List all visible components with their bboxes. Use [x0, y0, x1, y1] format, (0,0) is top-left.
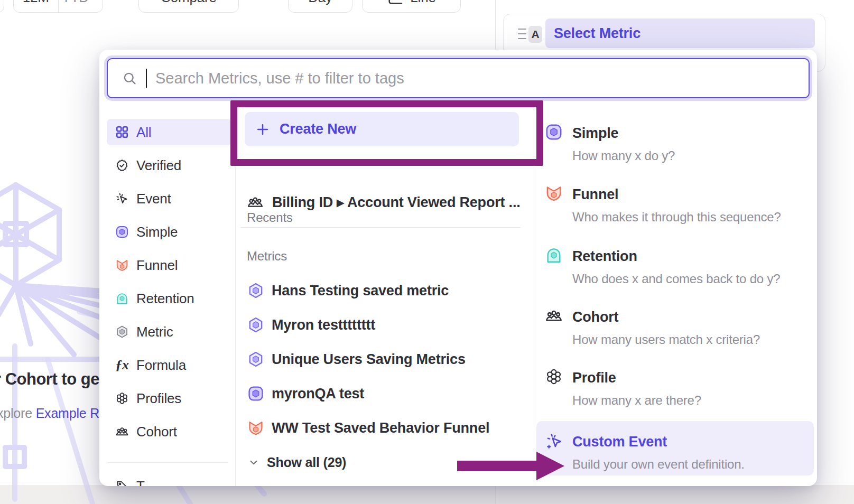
metric-list-item[interactable]: Unique Users Saving Metrics — [247, 346, 466, 372]
column-divider — [534, 112, 534, 486]
metric-picker-modal: All Verified Event — [99, 50, 817, 486]
chart-type-line-button[interactable]: Line — [362, 0, 461, 13]
range-12m-button[interactable]: 12M — [14, 0, 58, 12]
plus-icon — [255, 122, 270, 137]
grid-icon — [115, 125, 129, 139]
type-title: Cohort — [572, 309, 618, 325]
create-new-button[interactable]: Create New — [245, 112, 519, 146]
text-cursor — [146, 69, 147, 88]
explore-prefix: xplore — [0, 406, 36, 421]
type-option-funnel[interactable]: Funnel Who makes it through this sequenc… — [536, 182, 814, 237]
section-divider — [240, 227, 521, 228]
sidebar-divider — [108, 462, 228, 463]
type-option-simple[interactable]: Simple How many x do y? — [536, 121, 814, 176]
sidebar-item-event[interactable]: Event — [107, 185, 231, 212]
recent-item[interactable]: Billing ID ▸ Account Viewed Report ... — [247, 192, 521, 213]
empty-state-explore: xplore Example R — [0, 406, 99, 421]
metric-letter-badge: A — [528, 26, 542, 43]
funnel-icon — [115, 258, 129, 272]
sidebar-item-profiles[interactable]: Profiles — [107, 385, 231, 412]
type-description: Build your own event definition. — [572, 457, 745, 472]
cohort-icon — [115, 425, 129, 438]
type-title: Profile — [572, 370, 616, 386]
chart-type-label: Line — [410, 0, 435, 6]
show-all-button[interactable]: Show all (29) — [248, 452, 346, 473]
type-description: Who does x and comes back to do y? — [572, 272, 780, 286]
simple-metric-icon — [115, 225, 129, 239]
profiles-icon — [115, 391, 129, 405]
funnel-icon — [247, 419, 264, 436]
verified-badge-icon — [115, 158, 129, 172]
metric-name: Myron testttttttt — [272, 317, 375, 333]
type-option-profile[interactable]: Profile How many x are there? — [536, 366, 814, 421]
compare-button[interactable]: Compare — [138, 0, 239, 13]
profiles-icon — [545, 368, 563, 386]
date-range-control: 12M YTD — [13, 0, 103, 13]
sidebar-item-label: Profiles — [136, 390, 181, 407]
sidebar-item-cohort[interactable]: Cohort — [107, 418, 231, 445]
metric-list-item[interactable]: Hans Testing saved metric — [247, 277, 449, 304]
sidebar-item-funnel[interactable]: Funnel — [107, 252, 231, 278]
type-title: Simple — [572, 125, 618, 142]
metric-list-item[interactable]: WW Test Saved Behavior Funnel — [247, 415, 489, 441]
custom-event-icon — [545, 433, 563, 451]
toolbar-partial-button[interactable] — [0, 0, 4, 13]
cohort-icon — [247, 194, 264, 211]
type-option-custom-event[interactable]: Custom Event Build your own event defini… — [536, 421, 814, 475]
sidebar-item-label: Verified — [136, 157, 181, 174]
sidebar-item-metric[interactable]: Metric — [107, 319, 231, 345]
retention-icon — [115, 292, 129, 305]
interval-day-button[interactable]: Day — [288, 0, 352, 13]
metric-list-item[interactable]: myronQA test — [247, 380, 364, 407]
sidebar-item-label: Simple — [136, 224, 178, 240]
metric-name: myronQA test — [272, 386, 364, 402]
search-icon — [122, 70, 137, 86]
simple-metric-icon — [545, 123, 563, 141]
empty-state-headline: r Cohort to ge — [0, 370, 99, 389]
metric-selector-screen: r Cohort to ge xplore Example R 12M YTD … — [0, 0, 854, 504]
metric-name: WW Test Saved Behavior Funnel — [272, 420, 489, 436]
range-ytd-button[interactable]: YTD — [58, 0, 103, 12]
event-cursor-icon — [115, 192, 129, 206]
chevron-down-icon — [248, 456, 259, 468]
metric-hexagon-icon — [247, 351, 264, 368]
type-description: How many x are there? — [572, 393, 701, 408]
show-all-label: Show all (29) — [267, 455, 346, 470]
interval-label: Day — [308, 0, 332, 6]
filter-sidebar: All Verified Event — [107, 119, 231, 486]
sidebar-item-simple[interactable]: Simple — [107, 219, 231, 245]
metric-list-item[interactable]: Myron testttttttt — [247, 312, 375, 338]
funnel-icon — [545, 184, 563, 202]
create-new-label: Create New — [280, 121, 356, 137]
type-option-retention[interactable]: Retention Who does x and comes back to d… — [536, 244, 814, 299]
sidebar-item-label: Cohort — [136, 424, 177, 440]
sidebar-item-label: T — [136, 478, 145, 487]
cohort-icon — [545, 307, 563, 325]
sidebar-item-label: Funnel — [136, 257, 178, 274]
sidebar-item-retention[interactable]: Retention — [107, 285, 231, 312]
tag-icon — [115, 479, 129, 486]
sidebar-item-formula[interactable]: ƒx Formula — [107, 352, 231, 378]
sidebar-item-label: Metric — [136, 324, 173, 340]
metric-search-input[interactable] — [155, 70, 809, 87]
metrics-section-label: Metrics — [247, 249, 287, 264]
example-link[interactable]: Example R — [36, 406, 99, 421]
select-metric-button[interactable]: Select Metric — [545, 18, 815, 48]
sidebar-item-tags-partial[interactable]: T — [107, 473, 231, 486]
range-ytd-label: YTD — [62, 0, 89, 6]
formula-icon: ƒx — [115, 357, 129, 373]
column-divider — [235, 112, 236, 486]
metric-hexagon-icon — [247, 282, 264, 299]
compare-label: Compare — [161, 0, 217, 6]
metric-name: Hans Testing saved metric — [272, 283, 449, 299]
range-12m-label: 12M — [23, 0, 49, 6]
sidebar-item-label: Retention — [136, 291, 194, 307]
sidebar-item-label: Formula — [136, 357, 186, 374]
type-title: Custom Event — [572, 434, 667, 450]
sidebar-item-all[interactable]: All — [107, 119, 231, 145]
type-description: How many x do y? — [572, 148, 675, 163]
drag-handle-icon[interactable] — [518, 29, 526, 39]
metric-hexagon-icon — [247, 316, 264, 333]
sidebar-item-verified[interactable]: Verified — [107, 152, 231, 179]
type-option-cohort[interactable]: Cohort How many users match x criteria? — [536, 305, 814, 360]
